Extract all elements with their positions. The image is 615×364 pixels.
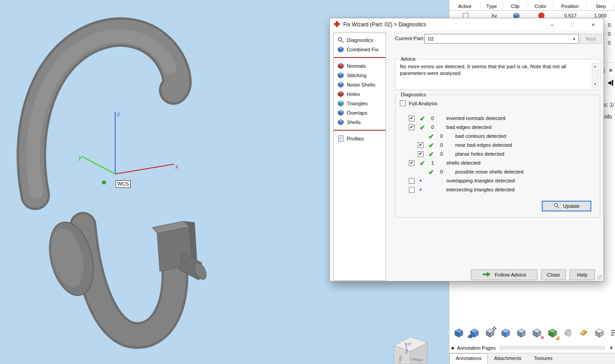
full-analysis-row: Full Analysis (400, 100, 437, 106)
annotation-pages-header[interactable]: ▶ Annotation Pages × (449, 343, 615, 352)
scroll-up-icon[interactable]: ▲ (594, 65, 597, 68)
advice-scrollbar[interactable]: ▲ ▼ (592, 63, 598, 87)
diagnostic-row: •intersecting triangles detected (404, 185, 600, 194)
dialog-titlebar[interactable]: Fix Wizard (Part: 02) > Diagnostics – □ … (330, 18, 603, 31)
bottom-toolbar: × (453, 326, 615, 339)
panel-close-icon[interactable]: × (609, 67, 612, 74)
delete-part-icon[interactable]: × (531, 327, 542, 339)
scroll-down-icon[interactable]: ▼ (594, 83, 597, 86)
diagnostic-count: 0 (440, 169, 455, 174)
checkbox-slot: ✔ (418, 151, 428, 157)
sidebar-item-triangles[interactable]: Triangles (334, 99, 386, 108)
column-header-type[interactable]: Type (481, 2, 503, 10)
advice-group: Advice No more errors are detected. It s… (395, 59, 600, 90)
update-label: Update (563, 203, 579, 209)
diagnostic-checkbox[interactable] (409, 187, 415, 193)
check-icon: ✔ (428, 142, 440, 149)
shells-icon (337, 119, 344, 125)
column-header-position[interactable]: Position (553, 2, 587, 10)
diagnostic-label: near bad edges detected (455, 142, 512, 148)
diagnostic-checkbox[interactable]: ✔ (409, 116, 415, 121)
axis-z-label: z (116, 111, 120, 117)
follow-advice-label: Follow Advice (495, 272, 526, 277)
checkbox-slot: ✔ (409, 124, 420, 130)
diagnostic-label: planar holes detected (455, 151, 504, 157)
sidebar-item-normals[interactable]: Normals (334, 61, 386, 70)
box-icon[interactable] (594, 327, 605, 339)
diagnostic-label: overlapping triangles detected (446, 178, 515, 183)
diagnostic-label: inverted normals detected (446, 116, 505, 121)
diagnostic-checkbox[interactable]: ✔ (418, 142, 424, 148)
next-button[interactable]: Next (580, 34, 602, 44)
resize-grip[interactable] (597, 275, 603, 280)
column-header-active[interactable]: Active (449, 2, 481, 10)
view-part-icon[interactable] (469, 327, 480, 339)
chevron-down-icon: ▾ (573, 37, 575, 41)
tab-attachments[interactable]: Attachments (488, 353, 528, 364)
copy-parts-icon[interactable] (515, 327, 527, 339)
sidebar-item-overlaps[interactable]: Overlaps (334, 108, 386, 117)
color-cube-icon[interactable] (547, 327, 558, 339)
axis-y-label: y (78, 154, 82, 161)
follow-advice-button[interactable]: Follow Advice (471, 269, 537, 280)
sidebar-item-diagnostics[interactable]: Diagnostics (334, 35, 386, 45)
diagnostic-row: ✔✔0bad edges detected (404, 123, 600, 132)
collapse-bar (612, 80, 613, 86)
sidebar-item-shells[interactable]: Shells (334, 117, 386, 127)
view-cube[interactable]: TOP LEFT FRONT Z (394, 337, 428, 364)
sidebar-item-combined-fix[interactable]: Combined Fix (334, 45, 386, 54)
holes-icon (337, 91, 344, 97)
column-header-clip[interactable]: Clip (503, 2, 528, 10)
current-part-combobox[interactable]: 02 ▾ (424, 34, 579, 44)
column-header-color[interactable]: Color (528, 2, 553, 10)
full-analysis-checkbox[interactable] (400, 100, 406, 106)
sidebar-item-profiles[interactable]: Profiles (334, 134, 386, 143)
drag-texture (500, 346, 606, 350)
maximize-icon[interactable]: □ (562, 18, 583, 31)
advice-text: No more errors are detected. It seems th… (400, 63, 578, 77)
tab-annotations[interactable]: Annotations (449, 353, 488, 364)
checkbox-slot: ✔ (409, 116, 420, 121)
application-window: z x y TOP LEFT FRONT Z WCS ActiveTypeCli… (0, 0, 615, 364)
minimize-icon[interactable]: – (542, 18, 562, 31)
annotation-pages-label: Annotation Pages (457, 345, 496, 351)
update-button[interactable]: Update (542, 201, 591, 211)
check-icon: ✔ (420, 124, 431, 131)
glove-icon[interactable] (562, 327, 573, 339)
select-triangles-icon[interactable] (484, 327, 495, 339)
tab-textures[interactable]: Textures (528, 353, 559, 364)
sidebar-item-stitching[interactable]: Stitching (334, 70, 386, 80)
diagnostics-legend: Diagnostics (399, 92, 428, 97)
mark-cube-icon[interactable] (500, 327, 511, 339)
diagnostic-checkbox[interactable]: ✔ (409, 124, 415, 130)
help-button[interactable]: Help (569, 269, 595, 280)
diagnostic-checkbox[interactable] (409, 178, 415, 184)
expand-right-icon[interactable]: ▶ (452, 346, 455, 350)
info-button-fragment[interactable]: nfo (604, 114, 612, 120)
current-part-label: Current Part: (395, 36, 424, 41)
import-part-icon[interactable] (453, 327, 464, 339)
diagnostic-checkbox[interactable]: ✔ (418, 151, 424, 157)
column-header-step[interactable]: Step (587, 2, 615, 10)
arrow-left-icon: ◀ (607, 79, 611, 86)
close-dialog-button[interactable]: Close (541, 269, 566, 280)
check-icon: ✔ (428, 133, 440, 140)
build-list-icon[interactable] (609, 327, 615, 339)
diagnostic-checkbox[interactable]: ✔ (409, 160, 415, 166)
sidebar-item-label: Normals (347, 63, 366, 69)
collapse-panel-button[interactable]: ◀ (607, 79, 613, 86)
check-icon: ✔ (420, 160, 431, 166)
overlaps-icon (337, 109, 344, 116)
magnifier-icon (337, 37, 344, 43)
diagnostic-row: ✔✔0planar holes detected (413, 149, 600, 158)
annotation-close-icon[interactable]: × (610, 345, 613, 351)
sidebar-item-label: Diagnostics (347, 37, 373, 43)
stitching-icon (337, 72, 344, 79)
sidebar-item-noise-shells[interactable]: Noise Shells (334, 80, 386, 89)
close-icon[interactable]: × (583, 18, 603, 31)
sidebar-item-holes[interactable]: Holes (334, 89, 386, 99)
tag-icon[interactable] (578, 327, 589, 339)
checkbox-slot: ✔ (418, 142, 428, 148)
triangles-icon (337, 100, 344, 107)
sidebar-separator (334, 130, 386, 131)
